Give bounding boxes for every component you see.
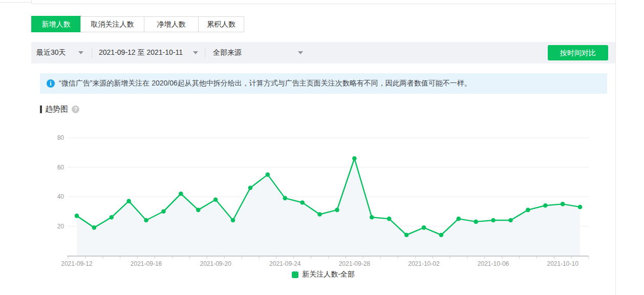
svg-text:2021-10-06: 2021-10-06 xyxy=(478,260,509,267)
tab-new-followers[interactable]: 新增人数 xyxy=(31,16,81,32)
data-point[interactable] xyxy=(370,215,374,220)
date-range-value: 2021-09-12 至 2021-10-11 xyxy=(99,48,183,57)
svg-text:2021-09-16: 2021-09-16 xyxy=(131,260,162,267)
svg-text:40: 40 xyxy=(57,193,65,200)
data-point[interactable] xyxy=(474,220,478,224)
data-point[interactable] xyxy=(283,196,287,201)
data-point[interactable] xyxy=(387,217,392,221)
svg-text:2021-10-10: 2021-10-10 xyxy=(547,260,578,267)
tab-cumulative[interactable]: 累积人数 xyxy=(198,16,244,32)
data-point[interactable] xyxy=(526,208,530,213)
trend-section-header: 趋势图 ? xyxy=(40,104,79,114)
help-icon[interactable]: ? xyxy=(72,106,79,113)
trend-chart-svg[interactable]: 204060802021-09-122021-09-162021-09-2020… xyxy=(49,132,594,271)
tab-unfollows[interactable]: 取消关注人数 xyxy=(80,16,144,32)
data-point[interactable] xyxy=(335,208,339,213)
section-title: 趋势图 xyxy=(45,104,68,114)
svg-text:2021-09-24: 2021-09-24 xyxy=(269,260,301,267)
chevron-down-icon xyxy=(193,51,198,54)
data-point[interactable] xyxy=(422,225,426,230)
svg-text:2021-09-28: 2021-09-28 xyxy=(339,260,371,267)
legend-marker-icon xyxy=(292,271,298,278)
svg-text:80: 80 xyxy=(57,134,65,141)
svg-text:2021-09-20: 2021-09-20 xyxy=(200,260,231,267)
data-point[interactable] xyxy=(300,200,305,205)
source-dropdown[interactable]: 全部来源 xyxy=(213,42,303,64)
data-point[interactable] xyxy=(161,209,166,214)
series-area xyxy=(77,158,580,256)
chevron-down-icon xyxy=(298,51,303,54)
notice-text: “微信广告”来源的新增关注在 2020/06起从其他中拆分给出，计算方式与广告主… xyxy=(59,79,471,88)
data-point[interactable] xyxy=(179,192,183,196)
data-point[interactable] xyxy=(561,202,565,206)
svg-text:60: 60 xyxy=(57,164,65,171)
filter-divider xyxy=(92,48,92,58)
x-axis-labels: 2021-09-122021-09-162021-09-202021-09-24… xyxy=(61,260,578,267)
data-point[interactable] xyxy=(144,218,148,223)
time-range-dropdown[interactable]: 最近30天 xyxy=(36,42,83,64)
filter-divider xyxy=(205,48,205,58)
data-point[interactable] xyxy=(439,233,444,237)
data-point[interactable] xyxy=(126,199,131,203)
compare-by-time-button[interactable]: 按时间对比 xyxy=(548,45,608,60)
data-point[interactable] xyxy=(231,218,235,223)
chevron-down-icon xyxy=(78,51,83,54)
chart-legend: 新关注人数-全部 xyxy=(31,270,615,280)
data-point[interactable] xyxy=(92,225,97,230)
data-point[interactable] xyxy=(196,208,201,213)
data-point[interactable] xyxy=(213,197,218,202)
x-axis-ticks xyxy=(68,257,589,259)
main-content: 新增人数取消关注人数净增人数累积人数 最近30天 2021-09-12 至 20… xyxy=(31,0,615,295)
data-point[interactable] xyxy=(578,205,583,209)
data-point[interactable] xyxy=(266,173,270,177)
svg-text:20: 20 xyxy=(57,223,65,230)
filter-bar: 最近30天 2021-09-12 至 2021-10-11 全部来源 按时间对比 xyxy=(31,42,615,64)
legend-label: 新关注人数-全部 xyxy=(302,270,355,279)
data-point[interactable] xyxy=(508,218,513,223)
legend-item[interactable]: 新关注人数-全部 xyxy=(292,270,355,279)
svg-text:2021-10-02: 2021-10-02 xyxy=(408,260,440,267)
data-point[interactable] xyxy=(543,203,548,208)
time-range-value: 最近30天 xyxy=(36,48,66,57)
data-point[interactable] xyxy=(404,233,409,237)
notice-banner: i “微信广告”来源的新增关注在 2020/06起从其他中拆分给出，计算方式与广… xyxy=(40,73,607,94)
data-point[interactable] xyxy=(248,185,253,190)
date-range-dropdown[interactable]: 2021-09-12 至 2021-10-11 xyxy=(99,42,198,64)
data-point[interactable] xyxy=(352,156,357,161)
data-point[interactable] xyxy=(491,218,496,223)
svg-text:2021-09-12: 2021-09-12 xyxy=(61,260,93,267)
data-point[interactable] xyxy=(456,217,461,221)
data-point[interactable] xyxy=(75,214,79,218)
data-point[interactable] xyxy=(317,212,322,217)
tab-net-growth[interactable]: 净增人数 xyxy=(144,16,199,32)
info-icon: i xyxy=(47,79,55,88)
y-axis-labels: 20406080 xyxy=(57,134,65,230)
content-right-divider xyxy=(615,0,616,295)
trend-chart[interactable]: 204060802021-09-122021-09-162021-09-2020… xyxy=(49,132,594,271)
data-point[interactable] xyxy=(109,215,114,220)
source-value: 全部来源 xyxy=(213,48,242,57)
stat-tabs: 新增人数取消关注人数净增人数累积人数 xyxy=(31,16,244,32)
top-left-divider xyxy=(0,2,31,3)
title-accent-bar xyxy=(40,106,42,113)
